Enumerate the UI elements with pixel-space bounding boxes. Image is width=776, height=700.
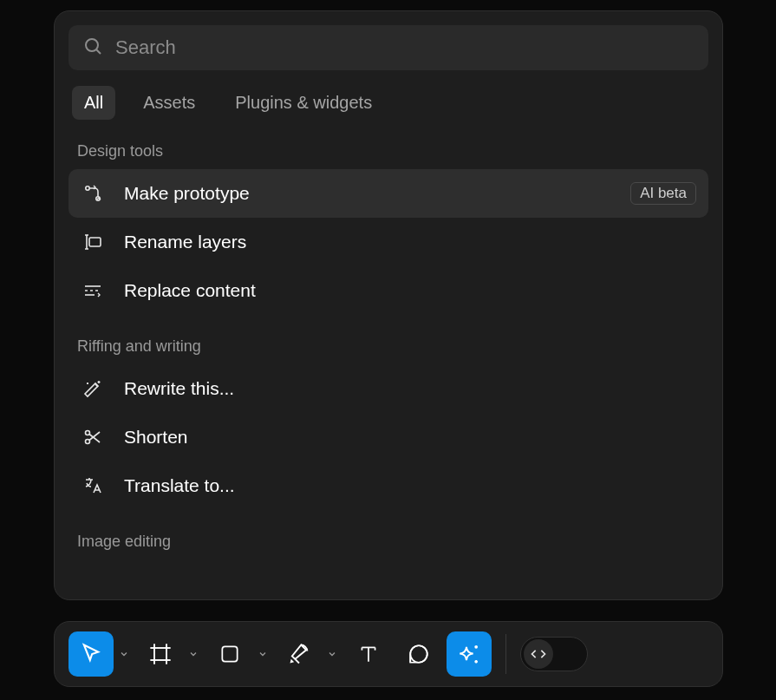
- magic-wand-icon: [81, 376, 105, 401]
- frame-tool-button[interactable]: [138, 631, 183, 677]
- comment-tool-button[interactable]: [396, 631, 441, 677]
- tab-assets[interactable]: Assets: [131, 86, 207, 120]
- item-label: Rename layers: [124, 232, 696, 252]
- move-tool-chevron[interactable]: [115, 631, 133, 677]
- svg-point-22: [474, 645, 478, 649]
- svg-line-1: [96, 49, 101, 54]
- item-shorten[interactable]: Shorten: [68, 413, 708, 461]
- ai-actions-button[interactable]: [447, 631, 492, 677]
- ai-beta-badge: AI beta: [630, 182, 696, 205]
- tab-plugins[interactable]: Plugins & widgets: [223, 86, 384, 120]
- actions-panel: All Assets Plugins & widgets Design tool…: [54, 10, 723, 600]
- text-tool-button[interactable]: [346, 631, 391, 677]
- translate-icon: [81, 474, 105, 498]
- item-label: Replace content: [124, 280, 696, 301]
- dev-mode-icon: [524, 639, 553, 669]
- tool-group-shape: [207, 631, 271, 677]
- pen-tool-chevron[interactable]: [323, 631, 341, 677]
- search-icon: [82, 36, 103, 60]
- tool-group-move: [68, 631, 133, 677]
- svg-rect-17: [222, 646, 237, 661]
- svg-point-0: [86, 39, 98, 51]
- item-label: Rewrite this...: [124, 378, 696, 399]
- scissors-icon: [81, 425, 105, 449]
- tool-group-pen: [277, 631, 341, 677]
- svg-rect-4: [89, 238, 101, 246]
- shape-tool-chevron[interactable]: [254, 631, 271, 677]
- move-tool-button[interactable]: [68, 631, 114, 677]
- section-design-tools: Design tools: [68, 142, 708, 160]
- dev-mode-toggle[interactable]: [520, 637, 588, 671]
- bottom-toolbar: [54, 621, 723, 687]
- svg-point-9: [86, 431, 90, 435]
- filter-tabs: All Assets Plugins & widgets: [68, 86, 708, 120]
- item-label: Make prototype: [124, 183, 611, 204]
- svg-point-10: [86, 440, 90, 444]
- search-bar[interactable]: [68, 25, 708, 70]
- toolbar-divider: [505, 634, 506, 674]
- item-translate[interactable]: Translate to...: [68, 461, 708, 510]
- tool-group-frame: [138, 631, 202, 677]
- replace-content-icon: [81, 278, 105, 303]
- item-make-prototype[interactable]: Make prototype AI beta: [68, 169, 708, 218]
- shape-tool-button[interactable]: [207, 631, 252, 677]
- item-label: Shorten: [124, 427, 696, 448]
- pen-tool-button[interactable]: [277, 631, 322, 677]
- tab-all[interactable]: All: [72, 86, 115, 120]
- item-rename-layers[interactable]: Rename layers: [68, 218, 708, 266]
- section-riffing: Riffing and writing: [68, 337, 708, 356]
- prototype-icon: [81, 181, 105, 206]
- rename-icon: [81, 230, 105, 254]
- svg-point-2: [86, 186, 89, 190]
- search-input[interactable]: [115, 36, 694, 59]
- item-replace-content[interactable]: Replace content: [68, 266, 708, 315]
- section-image-editing: Image editing: [68, 533, 708, 551]
- frame-tool-chevron[interactable]: [185, 631, 202, 677]
- item-label: Translate to...: [124, 475, 696, 496]
- item-rewrite[interactable]: Rewrite this...: [68, 364, 708, 413]
